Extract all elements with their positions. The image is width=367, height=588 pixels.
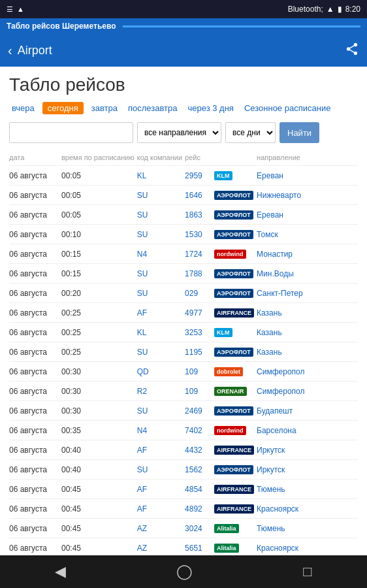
flight-number[interactable]: 109 xyxy=(185,382,214,401)
flight-number[interactable]: 3024 xyxy=(185,519,214,538)
back-nav-button[interactable]: ◀ xyxy=(55,563,66,580)
flight-number[interactable]: 5651 xyxy=(185,538,214,558)
flight-airline: KLM xyxy=(214,323,257,342)
flight-number[interactable]: 029 xyxy=(185,284,214,303)
table-row: 06 августа 00:40 SU 1562 АЭРОФЛОТ Иркутс… xyxy=(9,460,358,480)
flight-date: 06 августа xyxy=(9,460,61,480)
title-bar-text: Табло рейсов Шереметьево xyxy=(7,22,116,31)
flight-dest[interactable]: Иркутск xyxy=(257,440,358,460)
tab-today[interactable]: сегодня xyxy=(42,102,84,114)
table-row: 06 августа 00:15 N4 1724 nordwind Монаст… xyxy=(9,244,358,264)
flight-dest[interactable]: Казань xyxy=(257,303,358,323)
flight-number[interactable]: 1788 xyxy=(185,264,214,284)
table-row: 06 августа 00:30 QD 109 dobrolet Симферо… xyxy=(9,362,358,382)
airline-logo: АЭРОФЛОТ xyxy=(214,406,253,416)
recent-nav-button[interactable]: □ xyxy=(303,563,311,580)
day-dropdown[interactable]: все дни xyxy=(225,122,276,143)
flight-dest[interactable]: Ереван xyxy=(257,205,358,225)
flight-number[interactable]: 1562 xyxy=(185,460,214,480)
airline-logo: nordwind xyxy=(214,426,246,435)
direction-dropdown[interactable]: все направления xyxy=(137,122,221,143)
flight-airline: ORENAIR xyxy=(214,382,257,401)
flight-dest[interactable]: Тюмень xyxy=(257,480,358,499)
flight-code[interactable]: SU xyxy=(137,264,185,284)
flight-code[interactable]: N4 xyxy=(137,421,185,440)
flight-code[interactable]: SU xyxy=(137,401,185,421)
flight-number[interactable]: 4977 xyxy=(185,303,214,323)
flight-code[interactable]: QD xyxy=(137,362,185,382)
flight-dest[interactable]: Тюмень xyxy=(257,519,358,538)
flight-number[interactable]: 3253 xyxy=(185,323,214,342)
flight-number[interactable]: 7402 xyxy=(185,421,214,440)
flight-dest[interactable]: Казань xyxy=(257,342,358,362)
flight-airline: nordwind xyxy=(214,244,257,264)
flight-dest[interactable]: Симферопол xyxy=(257,362,358,382)
flight-date: 06 августа xyxy=(9,225,61,244)
flight-code[interactable]: AF xyxy=(137,440,185,460)
airline-logo: АЭРОФЛОТ xyxy=(214,289,253,298)
flight-dest[interactable]: Казань xyxy=(257,323,358,342)
flight-time: 00:20 xyxy=(61,284,137,303)
tab-yesterday[interactable]: вчера xyxy=(9,102,37,114)
flight-airline: АЭРОФЛОТ xyxy=(214,225,257,244)
flight-time: 00:15 xyxy=(61,264,137,284)
flight-dest[interactable]: Монастир xyxy=(257,244,358,264)
flight-dest[interactable]: Мин.Воды xyxy=(257,264,358,284)
flight-code[interactable]: R2 xyxy=(137,382,185,401)
flight-number[interactable]: 4432 xyxy=(185,440,214,460)
flight-dest[interactable]: Симферопол xyxy=(257,382,358,401)
flight-code[interactable]: N4 xyxy=(137,244,185,264)
flight-number[interactable]: 4892 xyxy=(185,499,214,519)
share-button[interactable] xyxy=(345,42,359,59)
tab-tomorrow[interactable]: завтра xyxy=(89,102,120,114)
flight-code[interactable]: SU xyxy=(137,284,185,303)
flight-number[interactable]: 1530 xyxy=(185,225,214,244)
back-button[interactable]: ‹ xyxy=(8,43,12,58)
flight-dest[interactable]: Нижневарто xyxy=(257,186,358,205)
flight-date: 06 августа xyxy=(9,519,61,538)
flight-number[interactable]: 1863 xyxy=(185,205,214,225)
tab-3days[interactable]: через 3 дня xyxy=(185,102,236,114)
flight-time: 00:35 xyxy=(61,421,137,440)
flight-number[interactable]: 2469 xyxy=(185,401,214,421)
search-input[interactable] xyxy=(9,122,133,143)
flight-number[interactable]: 2959 xyxy=(185,166,214,186)
flight-dest[interactable]: Иркутск xyxy=(257,460,358,480)
flight-number[interactable]: 1195 xyxy=(185,342,214,362)
flight-dest[interactable]: Барселона xyxy=(257,421,358,440)
tab-day-after[interactable]: послезавтра xyxy=(125,102,180,114)
flight-code[interactable]: SU xyxy=(137,460,185,480)
flight-code[interactable]: AF xyxy=(137,499,185,519)
flight-number[interactable]: 1646 xyxy=(185,186,214,205)
flight-dest[interactable]: Томск xyxy=(257,225,358,244)
flight-dest[interactable]: Ереван xyxy=(257,166,358,186)
flight-code[interactable]: KL xyxy=(137,166,185,186)
flight-date: 06 августа xyxy=(9,264,61,284)
flight-number[interactable]: 1724 xyxy=(185,244,214,264)
flight-code[interactable]: AZ xyxy=(137,538,185,558)
notification-icon: ▲ xyxy=(17,5,24,13)
flight-dest[interactable]: Санкт-Петер xyxy=(257,284,358,303)
search-button[interactable]: Найти xyxy=(279,122,319,143)
search-bar: все направления все дни Найти xyxy=(9,122,358,143)
flight-dest[interactable]: Красноярск xyxy=(257,538,358,558)
header-airline xyxy=(214,152,257,166)
battery-icon: ▮ xyxy=(338,5,342,14)
flight-code[interactable]: SU xyxy=(137,186,185,205)
tab-seasonal[interactable]: Сезонное расписание xyxy=(242,102,333,114)
flight-code[interactable]: AF xyxy=(137,480,185,499)
flight-code[interactable]: SU xyxy=(137,225,185,244)
home-nav-button[interactable]: ◯ xyxy=(176,563,193,580)
flight-number[interactable]: 4854 xyxy=(185,480,214,499)
airline-logo: Alitalia xyxy=(214,544,239,553)
progress-bar xyxy=(123,25,361,27)
flight-number[interactable]: 109 xyxy=(185,362,214,382)
flight-dest[interactable]: Красноярск xyxy=(257,499,358,519)
flight-code[interactable]: AZ xyxy=(137,519,185,538)
flight-dest[interactable]: Будапешт xyxy=(257,401,358,421)
flight-code[interactable]: AF xyxy=(137,303,185,323)
flight-code[interactable]: SU xyxy=(137,205,185,225)
flight-code[interactable]: KL xyxy=(137,323,185,342)
flight-code[interactable]: SU xyxy=(137,342,185,362)
date-tabs: вчера сегодня завтра послезавтра через 3… xyxy=(9,102,358,114)
